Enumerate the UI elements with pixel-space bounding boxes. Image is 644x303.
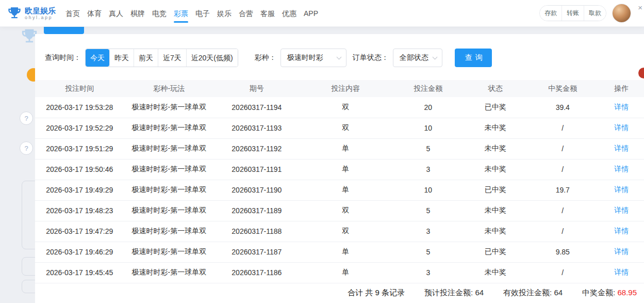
time-range-day-before-yesterday[interactable]: 前天	[134, 49, 158, 67]
summary-bar: 合计 共 9 条记录 预计投注金额: 64有效投注金额: 64中奖金额: 68.…	[35, 288, 644, 298]
detail-link[interactable]: 详情	[614, 247, 629, 256]
nav-item-chess[interactable]: 棋牌	[130, 0, 145, 27]
header-bet-amount: 投注金额	[392, 80, 465, 97]
cell-time: 2026-03-17 19:47:29	[35, 221, 124, 242]
wallet-button-transfer[interactable]: 转账	[562, 6, 584, 21]
table-row: 2026-03-17 19:52:29极速时时彩-第一球单双20260317-1…	[35, 118, 644, 138]
nav-item-entertainment[interactable]: 娱乐	[217, 0, 232, 27]
cell-issue: 20260317-1187	[214, 242, 299, 262]
cell-time: 2026-03-17 19:46:29	[35, 242, 124, 262]
cell-amount: 3	[392, 221, 465, 242]
navbar-right: 存款转账取款	[539, 4, 644, 22]
close-icon[interactable]: ×	[638, 4, 642, 11]
detail-link[interactable]: 详情	[614, 268, 629, 276]
cell-action: 详情	[599, 262, 644, 283]
detail-link[interactable]: 详情	[614, 123, 629, 132]
detail-link[interactable]: 详情	[614, 206, 629, 214]
cell-action: 详情	[599, 221, 644, 242]
summary-label: 有效投注金额:	[503, 288, 552, 297]
cell-amount: 5	[392, 138, 465, 159]
lottery-select[interactable]: 极速时时彩	[280, 49, 346, 67]
brand-logo[interactable]: 欧皇娱乐 ohyl.app	[0, 6, 56, 21]
time-range-last-7-days[interactable]: 近7天	[158, 49, 186, 67]
cell-prize: 39.4	[526, 97, 599, 118]
cell-status: 未中奖	[465, 118, 526, 138]
nav-item-sports[interactable]: 体育	[87, 0, 102, 27]
cell-amount: 10	[392, 118, 465, 138]
cell-time: 2026-03-17 19:50:46	[35, 159, 124, 180]
summary-value: 64	[475, 288, 484, 297]
brand-domain: ohyl.app	[25, 15, 56, 21]
background-service-icon: ?	[20, 141, 33, 155]
order-status-select[interactable]: 全部状态	[393, 49, 442, 67]
cell-amount: 10	[392, 180, 465, 200]
cell-status: 已中奖	[465, 180, 526, 200]
detail-link[interactable]: 详情	[614, 165, 629, 173]
table-row: 2026-03-17 19:49:29极速时时彩-第一球单双20260317-1…	[35, 180, 644, 200]
wallet-button-deposit[interactable]: 存款	[540, 6, 562, 21]
detail-link[interactable]: 详情	[614, 227, 629, 235]
detail-link[interactable]: 详情	[614, 103, 629, 111]
cell-content: 单	[300, 262, 392, 283]
time-range-group: 今天昨天前天近7天近20天(低频)	[85, 49, 238, 67]
nav-item-slots[interactable]: 电子	[195, 0, 210, 27]
cell-game: 极速时时彩-第一球单双	[124, 242, 214, 262]
cell-prize: /	[526, 138, 599, 159]
cell-issue: 20260317-1194	[214, 97, 299, 118]
time-range-last-20-days[interactable]: 近20天(低频)	[186, 49, 238, 67]
wallet-button-withdraw[interactable]: 取款	[584, 6, 606, 21]
filter-bar: 查询时间： 今天昨天前天近7天近20天(低频) 彩种： 极速时时彩 订单状态： …	[45, 49, 644, 67]
user-avatar[interactable]	[613, 4, 631, 22]
cell-action: 详情	[599, 159, 644, 180]
nav-item-app[interactable]: APP	[303, 0, 319, 27]
cell-game: 极速时时彩-第一球单双	[124, 118, 214, 138]
nav-item-promotions[interactable]: 优惠	[282, 0, 297, 27]
cell-time: 2026-03-17 19:51:29	[35, 138, 124, 159]
status-filter-label: 订单状态：	[353, 53, 389, 62]
lottery-filter-label: 彩种：	[255, 53, 276, 62]
records-panel: 查询时间： 今天昨天前天近7天近20天(低频) 彩种： 极速时时彩 订单状态： …	[35, 34, 644, 303]
cell-prize: /	[526, 118, 599, 138]
summary-value: 68.95	[617, 288, 637, 297]
cell-status: 未中奖	[465, 159, 526, 180]
cell-prize: /	[526, 200, 599, 221]
header-status: 状态	[465, 80, 526, 97]
cell-action: 详情	[599, 180, 644, 200]
table-row: 2026-03-17 19:51:29极速时时彩-第一球单双20260317-1…	[35, 138, 644, 159]
cell-time: 2026-03-17 19:52:29	[35, 118, 124, 138]
cell-action: 详情	[599, 97, 644, 118]
summary-label: 预计投注金额:	[424, 288, 473, 297]
cell-issue: 20260317-1188	[214, 221, 299, 242]
table-row: 2026-03-17 19:50:46极速时时彩-第一球单双20260317-1…	[35, 159, 644, 180]
cell-content: 单	[300, 242, 392, 262]
cell-action: 详情	[599, 138, 644, 159]
nav-item-lottery[interactable]: 彩票	[173, 0, 189, 27]
header-bet-time: 投注时间	[35, 80, 124, 97]
nav-item-esports[interactable]: 电竞	[152, 0, 167, 27]
nav-item-support[interactable]: 客服	[260, 0, 275, 27]
cell-game: 极速时时彩-第一球单双	[124, 97, 214, 118]
main-nav: 首页体育真人棋牌电竞彩票电子娱乐合营客服优惠APP	[65, 0, 319, 27]
nav-item-live-casino[interactable]: 真人	[108, 0, 124, 27]
nav-item-partnership[interactable]: 合营	[238, 0, 254, 27]
time-range-yesterday[interactable]: 昨天	[109, 49, 134, 67]
trophy-logo-icon	[7, 6, 22, 21]
nav-item-home[interactable]: 首页	[65, 0, 80, 27]
detail-link[interactable]: 详情	[614, 144, 629, 152]
cell-amount: 5	[392, 242, 465, 262]
cell-issue: 20260317-1193	[214, 118, 299, 138]
detail-link[interactable]: 详情	[614, 185, 629, 194]
cell-prize: /	[526, 221, 599, 242]
cell-action: 详情	[599, 118, 644, 138]
cell-prize: /	[526, 262, 599, 283]
cell-amount: 5	[392, 200, 465, 221]
search-button[interactable]: 查询	[455, 49, 492, 67]
cell-time: 2026-03-17 19:48:23	[35, 200, 124, 221]
cell-game: 极速时时彩-第一球单双	[124, 262, 214, 283]
summary-valid-bet-amount: 有效投注金额: 64	[503, 288, 563, 298]
time-range-today[interactable]: 今天	[86, 49, 109, 67]
status-select-value: 全部状态	[400, 53, 428, 62]
cell-prize: 9.85	[526, 242, 599, 262]
table-row: 2026-03-17 19:46:29极速时时彩-第一球单双20260317-1…	[35, 242, 644, 262]
cell-content: 单	[300, 180, 392, 200]
